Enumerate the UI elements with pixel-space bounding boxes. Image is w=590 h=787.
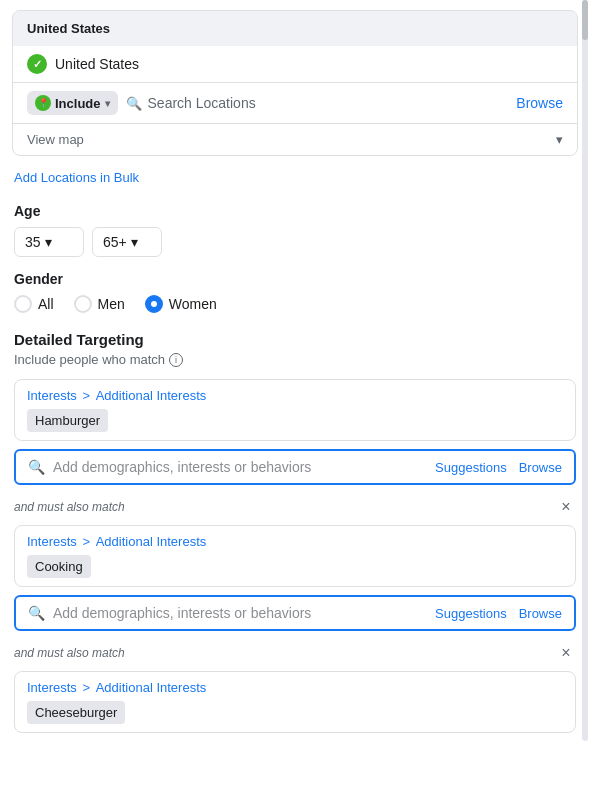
age-max-select[interactable]: 65+ ▾ (92, 227, 162, 257)
location-header-title: United States (27, 21, 110, 36)
include-match-label: Include people who match i (14, 352, 576, 367)
gender-all[interactable]: All (14, 295, 54, 313)
browse-targeting-link-2[interactable]: Browse (519, 606, 562, 621)
search-bar-icon-2: 🔍 (28, 605, 45, 621)
interest-tag-cooking: Cooking (27, 555, 91, 578)
scrollbar-track (582, 0, 588, 741)
interest-tag-label-cheeseburger: Cheeseburger (35, 705, 117, 720)
include-label: Include (55, 96, 101, 111)
gender-men[interactable]: Men (74, 295, 125, 313)
include-button[interactable]: Include ▾ (27, 91, 118, 115)
interests-link-1[interactable]: Interests (27, 388, 77, 403)
scrollbar[interactable] (582, 0, 590, 741)
gender-men-label: Men (98, 296, 125, 312)
search-bar-placeholder-2: Add demographics, interests or behaviors (53, 605, 427, 621)
search-icon: 🔍 (126, 96, 142, 111)
view-map-row[interactable]: View map ▾ (13, 124, 577, 155)
age-max-value: 65+ (103, 234, 127, 250)
interest-group-1: Interests > Additional Interests Hamburg… (14, 379, 576, 441)
age-section: Age 35 ▾ 65+ ▾ (0, 193, 590, 267)
view-map-label: View map (27, 132, 84, 147)
radio-women (145, 295, 163, 313)
interest-breadcrumb-2: Interests > Additional Interests (15, 526, 575, 553)
gender-women-label: Women (169, 296, 217, 312)
interests-link-3[interactable]: Interests (27, 680, 77, 695)
age-label: Age (14, 203, 576, 219)
pin-icon (35, 95, 51, 111)
and-must-label-1: and must also match (14, 500, 125, 514)
gender-options: All Men Women (14, 295, 576, 313)
add-bulk-link[interactable]: Add Locations in Bulk (0, 166, 590, 193)
close-group-2-button[interactable]: × (556, 643, 576, 663)
suggestions-link-1[interactable]: Suggestions (435, 460, 507, 475)
view-map-chevron: ▾ (556, 132, 563, 147)
search-bar-actions-1: Suggestions Browse (435, 460, 562, 475)
browse-targeting-link-1[interactable]: Browse (519, 460, 562, 475)
additional-interests-link-2[interactable]: Additional Interests (96, 534, 207, 549)
search-locations-input[interactable]: 🔍 Search Locations (126, 95, 509, 111)
interest-breadcrumb-1: Interests > Additional Interests (15, 380, 575, 407)
additional-interests-link-3[interactable]: Additional Interests (96, 680, 207, 695)
interest-tag-label-hamburger: Hamburger (35, 413, 100, 428)
age-min-value: 35 (25, 234, 41, 250)
search-bar-actions-2: Suggestions Browse (435, 606, 562, 621)
gender-women[interactable]: Women (145, 295, 217, 313)
scrollbar-thumb[interactable] (582, 0, 588, 40)
breadcrumb-sep-2: > (82, 534, 93, 549)
chevron-down-icon: ▾ (105, 98, 110, 109)
location-section: United States United States Include ▾ 🔍 … (12, 10, 578, 156)
gender-label: Gender (14, 271, 576, 287)
interest-breadcrumb-3: Interests > Additional Interests (15, 672, 575, 699)
additional-interests-link-1[interactable]: Additional Interests (96, 388, 207, 403)
radio-men (74, 295, 92, 313)
and-must-row-2: and must also match × (0, 639, 590, 667)
location-check-icon (27, 54, 47, 74)
location-header: United States (13, 11, 577, 46)
search-bar-placeholder-1: Add demographics, interests or behaviors (53, 459, 427, 475)
interests-link-2[interactable]: Interests (27, 534, 77, 549)
search-locations-placeholder: Search Locations (148, 95, 256, 111)
interest-tag-label-cooking: Cooking (35, 559, 83, 574)
suggestions-link-2[interactable]: Suggestions (435, 606, 507, 621)
include-row: Include ▾ 🔍 Search Locations Browse (13, 83, 577, 124)
breadcrumb-sep-3: > (82, 680, 93, 695)
interest-group-3: Interests > Additional Interests Cheeseb… (14, 671, 576, 733)
interest-group-2: Interests > Additional Interests Cooking (14, 525, 576, 587)
and-must-label-2: and must also match (14, 646, 125, 660)
close-group-1-button[interactable]: × (556, 497, 576, 517)
search-bar-2[interactable]: 🔍 Add demographics, interests or behavio… (14, 595, 576, 631)
age-row: 35 ▾ 65+ ▾ (14, 227, 576, 257)
interest-tag-cheeseburger: Cheeseburger (27, 701, 125, 724)
search-bar-1[interactable]: 🔍 Add demographics, interests or behavio… (14, 449, 576, 485)
detailed-targeting-title: Detailed Targeting (14, 331, 576, 348)
location-selected-value: United States (55, 56, 139, 72)
radio-all (14, 295, 32, 313)
info-icon[interactable]: i (169, 353, 183, 367)
gender-all-label: All (38, 296, 54, 312)
age-max-chevron: ▾ (131, 234, 138, 250)
browse-link[interactable]: Browse (516, 95, 563, 111)
location-selected-row: United States (13, 46, 577, 83)
gender-section: Gender All Men Women (0, 267, 590, 323)
interest-tag-hamburger: Hamburger (27, 409, 108, 432)
and-must-row-1: and must also match × (0, 493, 590, 521)
include-match-text: Include people who match (14, 352, 165, 367)
age-min-select[interactable]: 35 ▾ (14, 227, 84, 257)
age-min-chevron: ▾ (45, 234, 52, 250)
detailed-targeting-section: Detailed Targeting Include people who ma… (0, 323, 590, 379)
search-bar-icon-1: 🔍 (28, 459, 45, 475)
breadcrumb-sep-1: > (82, 388, 93, 403)
main-container: United States United States Include ▾ 🔍 … (0, 0, 590, 741)
